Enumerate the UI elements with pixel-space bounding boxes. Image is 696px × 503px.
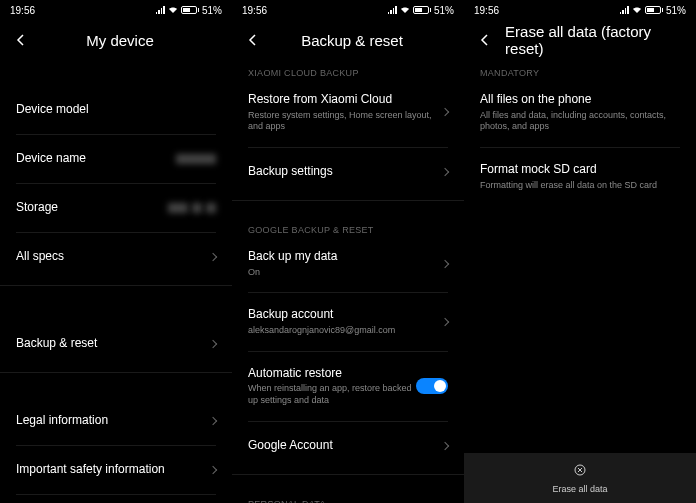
item-label: Google Account [248,438,442,454]
chevron-right-icon [441,259,449,267]
item-device-name[interactable]: Device name [0,139,232,179]
battery-percent: 51% [434,5,454,16]
status-bar: 19:56 51% [232,0,464,20]
back-icon[interactable] [476,31,493,49]
chevron-right-icon [209,340,217,348]
status-time: 19:56 [242,5,267,16]
screen-my-device: 19:56 51% My device Device model Device … [0,0,232,503]
button-label: Erase all data [552,484,607,494]
item-all-files: All files on the phone All files and dat… [464,82,696,143]
item-sub: Formatting will erase all data on the SD… [480,180,680,192]
item-backup-account[interactable]: Backup account aleksandarognjanovic89@gm… [232,297,464,346]
status-time: 19:56 [474,5,499,16]
signal-icon [388,6,397,14]
item-label: Backup & reset [16,336,210,352]
item-format-sd: Format mock SD card Formatting will eras… [464,152,696,201]
item-restore-xiaomi[interactable]: Restore from Xiaomi Cloud Restore system… [232,82,464,143]
signal-icon [620,6,629,14]
item-google-account[interactable]: Google Account [232,426,464,466]
page-title: My device [38,32,202,49]
section-xiaomi: XIAOMI CLOUD BACKUP [232,60,464,82]
screen-backup-reset: 19:56 51% Backup & reset XIAOMI CLOUD BA… [232,0,464,503]
item-label: Automatic restore [248,366,416,382]
item-label: Device name [16,151,176,167]
item-label: Back up my data [248,249,442,265]
wifi-icon [400,5,410,16]
item-certification[interactable]: Certification [0,499,232,503]
erase-all-button[interactable]: Erase all data [464,453,696,503]
item-label: Important safety information [16,462,210,478]
screen-erase-all: 19:56 51% Erase all data (factory reset)… [464,0,696,503]
item-storage[interactable]: Storage [0,188,232,228]
item-sub: Restore system settings, Home screen lay… [248,110,442,133]
chevron-right-icon [441,168,449,176]
redacted-value [168,203,188,213]
wifi-icon [632,5,642,16]
redacted-value [192,203,202,213]
battery-icon [413,6,431,14]
item-automatic-restore[interactable]: Automatic restore When reinstalling an a… [232,356,464,417]
header: Erase all data (factory reset) [464,20,696,60]
chevron-right-icon [209,466,217,474]
item-sub: aleksandarognjanovic89@gmail.com [248,325,442,337]
item-sub: All files and data, including accounts, … [480,110,680,133]
section-mandatory: MANDATORY [464,60,696,82]
status-icons: 51% [620,5,686,16]
chevron-right-icon [441,318,449,326]
chevron-right-icon [441,108,449,116]
page-title: Backup & reset [270,32,434,49]
item-label: Restore from Xiaomi Cloud [248,92,442,108]
item-label: Backup account [248,307,442,323]
redacted-value [206,203,216,213]
header: My device [0,20,232,60]
item-label: Legal information [16,413,210,429]
item-label: Format mock SD card [480,162,680,178]
chevron-right-icon [209,417,217,425]
item-label: Backup settings [248,164,442,180]
back-icon[interactable] [244,31,262,49]
status-bar: 19:56 51% [464,0,696,20]
signal-icon [156,6,165,14]
item-sub: On [248,267,442,279]
erase-icon [573,463,587,481]
status-bar: 19:56 51% [0,0,232,20]
item-safety[interactable]: Important safety information [0,450,232,490]
item-label: All specs [16,249,210,265]
status-time: 19:56 [10,5,35,16]
battery-icon [645,6,663,14]
item-backup-my-data[interactable]: Back up my data On [232,239,464,288]
item-sub: When reinstalling an app, restore backed… [248,383,416,406]
back-icon[interactable] [12,31,30,49]
section-google: GOOGLE BACKUP & RESET [232,209,464,239]
battery-icon [181,6,199,14]
item-label: Storage [16,200,168,216]
item-backup-settings[interactable]: Backup settings [232,152,464,192]
battery-percent: 51% [666,5,686,16]
item-legal[interactable]: Legal information [0,401,232,441]
redacted-value [176,154,216,164]
section-personal: PERSONAL DATA [232,483,464,504]
chevron-right-icon [209,253,217,261]
toggle-auto-restore[interactable] [416,378,448,394]
chevron-right-icon [441,441,449,449]
header: Backup & reset [232,20,464,60]
item-label: Device model [16,102,216,118]
item-device-model[interactable]: Device model [0,90,232,130]
battery-percent: 51% [202,5,222,16]
status-icons: 51% [156,5,222,16]
item-all-specs[interactable]: All specs [0,237,232,277]
status-icons: 51% [388,5,454,16]
item-label: All files on the phone [480,92,680,108]
wifi-icon [168,5,178,16]
page-title: Erase all data (factory reset) [505,23,684,57]
item-backup-reset[interactable]: Backup & reset [0,324,232,364]
